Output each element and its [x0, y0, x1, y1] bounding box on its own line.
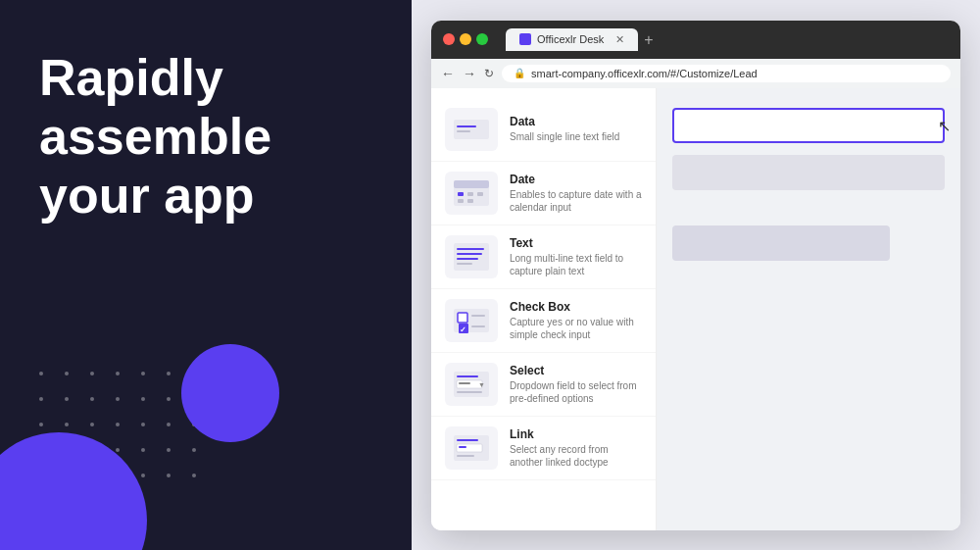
field-icon-date [445, 172, 498, 215]
new-tab-button[interactable]: + [644, 31, 653, 49]
svg-rect-2 [457, 130, 470, 132]
traffic-light-green[interactable] [476, 33, 488, 45]
field-desc-date: Enables to capture date with a calendar … [510, 188, 642, 214]
cursor-icon: ↖ [938, 116, 951, 134]
preview-field-inactive-2 [672, 225, 890, 261]
svg-rect-9 [467, 199, 473, 203]
svg-rect-20 [471, 325, 485, 327]
field-icon-select: ▼ [445, 363, 498, 406]
svg-rect-11 [457, 248, 484, 250]
field-name-date: Date [510, 173, 642, 186]
right-panel: Officexlr Desk ✕ + ← → ↻ 🔒 smart-company… [412, 0, 980, 550]
tab-close-button[interactable]: ✕ [615, 33, 624, 46]
traffic-light-red[interactable] [443, 33, 455, 45]
field-info-text: Text Long multi-line text field to captu… [510, 236, 642, 277]
tab-favicon [519, 33, 531, 45]
browser-tab-active[interactable]: Officexlr Desk ✕ [506, 28, 638, 51]
browser-chrome: Officexlr Desk ✕ + [431, 21, 960, 59]
field-info-checkbox: Check Box Capture yes or no value with s… [510, 300, 642, 341]
field-item-link[interactable]: Link Select any record from another link… [431, 417, 656, 480]
field-info-data: Data Small single line text field [510, 115, 642, 143]
back-button[interactable]: ← [441, 66, 455, 81]
field-desc-text: Long multi-line text field to capture pl… [510, 252, 642, 277]
svg-rect-24 [459, 382, 470, 384]
svg-rect-14 [457, 263, 472, 265]
field-icon-text [445, 235, 498, 278]
field-icon-checkbox: ✓ [445, 299, 498, 342]
field-item-data[interactable]: Data Small single line text field [431, 98, 656, 162]
field-desc-select: Dropdown field to select from pre-define… [510, 379, 642, 405]
field-name-text: Text [510, 236, 642, 250]
hero-text: Rapidly assemble your app [39, 49, 271, 225]
field-desc-checkbox: Capture yes or no value with simple chec… [510, 316, 642, 341]
browser-toolbar: ← → ↻ 🔒 smart-company.officexlr.com/#/Cu… [431, 59, 960, 88]
svg-text:✓: ✓ [460, 325, 466, 334]
browser-top-bar: Officexlr Desk ✕ + [443, 28, 949, 51]
address-bar[interactable]: 🔒 smart-company.officexlr.com/#/Customiz… [502, 65, 951, 82]
svg-rect-26 [457, 391, 482, 393]
field-name-link: Link [510, 427, 642, 441]
lock-icon: 🔒 [514, 68, 525, 78]
field-info-date: Date Enables to capture date with a cale… [510, 173, 642, 214]
svg-rect-12 [457, 253, 482, 255]
svg-rect-5 [458, 192, 464, 196]
svg-rect-31 [457, 455, 474, 457]
traffic-light-yellow[interactable] [460, 33, 471, 45]
browser-tabs: Officexlr Desk ✕ + [506, 28, 654, 51]
forward-button[interactable]: → [463, 66, 476, 81]
browser-content: Data Small single line text field [431, 88, 960, 530]
traffic-lights [443, 33, 488, 45]
field-desc-link: Select any record from another linked do… [510, 443, 642, 469]
field-info-link: Link Select any record from another link… [510, 427, 642, 469]
reload-button[interactable]: ↻ [484, 67, 494, 80]
field-name-checkbox: Check Box [510, 300, 642, 314]
field-item-date[interactable]: Date Enables to capture date with a cale… [431, 162, 656, 225]
preview-field-active: ↖ [672, 108, 945, 143]
preview-field-inactive-1 [672, 155, 945, 190]
headline: Rapidly assemble your app [39, 49, 271, 225]
svg-text:▼: ▼ [478, 381, 485, 388]
svg-rect-10 [454, 243, 489, 271]
svg-rect-22 [457, 375, 478, 377]
field-info-select: Select Dropdown field to select from pre… [510, 364, 642, 405]
field-name-select: Select [510, 364, 642, 377]
url-text: smart-company.officexlr.com/#/Customize/… [531, 68, 758, 79]
field-desc-data: Small single line text field [510, 130, 642, 143]
svg-rect-4 [454, 180, 489, 188]
preview-area: ↖ [657, 88, 960, 530]
field-list: Data Small single line text field [431, 88, 657, 530]
svg-rect-16 [458, 313, 467, 323]
svg-rect-8 [458, 199, 464, 203]
browser-window: Officexlr Desk ✕ + ← → ↻ 🔒 smart-company… [431, 21, 960, 530]
field-icon-data [445, 108, 498, 151]
svg-rect-0 [454, 120, 489, 139]
blue-circle-decoration [181, 344, 279, 442]
tab-title: Officexlr Desk [537, 33, 604, 45]
svg-rect-28 [457, 439, 478, 441]
field-item-checkbox[interactable]: ✓ Check Box Capture yes or no value with… [431, 289, 656, 353]
field-icon-link [445, 426, 498, 470]
field-name-data: Data [510, 115, 642, 128]
svg-rect-19 [471, 315, 485, 317]
svg-rect-13 [457, 258, 478, 260]
left-panel: Rapidly assemble your app [0, 0, 412, 550]
svg-rect-1 [457, 125, 476, 127]
svg-rect-6 [467, 192, 473, 196]
field-item-text[interactable]: Text Long multi-line text field to captu… [431, 225, 656, 289]
svg-rect-7 [477, 192, 483, 196]
field-item-select[interactable]: ▼ Select Dropdown field to select from p… [431, 353, 656, 417]
svg-rect-30 [459, 446, 466, 448]
